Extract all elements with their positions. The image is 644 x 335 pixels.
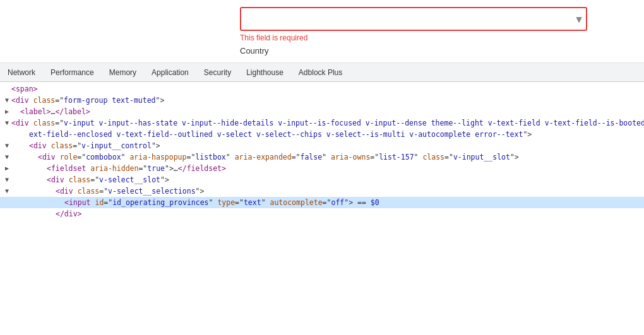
dropdown-wrapper: ▼ <box>240 7 587 31</box>
tab-adblock[interactable]: Adblock Plus <box>291 63 350 81</box>
tri-3[interactable] <box>3 106 11 117</box>
code-line-8: <div class="v-select__slot"> <box>0 174 644 185</box>
code-line-9: <div class="v-select__selections"> <box>0 185 644 197</box>
tab-lighthouse[interactable]: Lighthouse <box>239 63 291 81</box>
code-line-11: </div> <box>0 208 644 220</box>
tri-5[interactable] <box>3 140 11 151</box>
code-line-4: <div class="v-input v-input--has-state v… <box>0 117 644 129</box>
tab-security[interactable]: Security <box>196 63 239 81</box>
field-error-text: This field is required <box>240 33 631 42</box>
devtools-tabs-bar: Network Performance Memory Application S… <box>0 63 644 82</box>
code-line-4b: ext-field--enclosed v-text-field--outlin… <box>0 129 644 140</box>
tri-4[interactable] <box>3 117 11 129</box>
tab-performance[interactable]: Performance <box>43 63 102 81</box>
code-line-2: <div class="form-group text-muted"> <box>0 95 644 106</box>
code-line-5: <div class="v-input__control"> <box>0 140 644 151</box>
code-line-3: <label>…</label> <box>0 106 644 117</box>
tri-8[interactable] <box>3 174 11 185</box>
code-view: <span> <div class="form-group text-muted… <box>0 82 644 335</box>
code-line-7: <fieldset aria-hidden="true">…</fieldset… <box>0 163 644 174</box>
country-dropdown[interactable] <box>240 7 587 31</box>
code-line-6: <div role="combobox" aria-haspopup="list… <box>0 151 644 163</box>
tri-9[interactable] <box>3 185 11 197</box>
code-line-10[interactable]: <input id="id_operating_provinces" type=… <box>0 197 644 208</box>
tab-application[interactable]: Application <box>144 63 196 81</box>
tri-7[interactable] <box>3 163 11 174</box>
code-line-1: <span> <box>0 83 644 95</box>
tab-network[interactable]: Network <box>0 63 43 81</box>
tab-memory[interactable]: Memory <box>102 63 144 81</box>
tri-6[interactable] <box>3 151 11 163</box>
tri-2[interactable] <box>3 95 11 106</box>
country-label: Country <box>240 46 631 56</box>
top-section: ▼ This field is required Country <box>0 0 644 63</box>
